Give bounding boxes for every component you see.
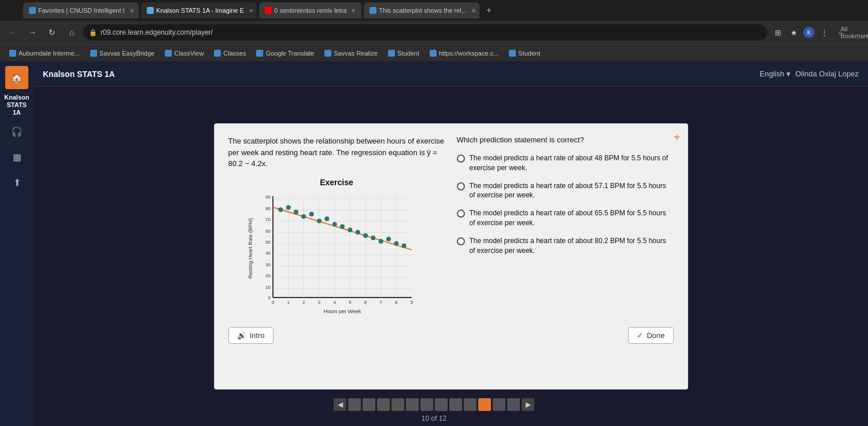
page-dot-3[interactable]	[377, 398, 390, 411]
page-dot-12[interactable]	[507, 398, 520, 411]
upload-icon[interactable]: ⬆	[6, 172, 27, 193]
data-point	[379, 238, 383, 243]
page-dot-4[interactable]	[391, 398, 404, 411]
bookmark-student2[interactable]: Student	[504, 49, 545, 58]
bookmark-icon[interactable]: ★	[787, 25, 801, 39]
bookmarks-bar: Auburndale Interme... Savvas EasyBridge …	[0, 44, 868, 61]
bookmark-icon-savvas-easy	[90, 50, 97, 57]
bookmark-google-translate[interactable]: Google Translate	[252, 49, 319, 58]
bookmark-classes[interactable]: Classes	[209, 49, 250, 58]
forward-button[interactable]: →	[24, 24, 40, 41]
check-icon: ✓	[637, 331, 643, 340]
address-bar[interactable]: 🔒 r09.core.learn.edgenuity.com/player/	[83, 24, 767, 41]
more-icon[interactable]: ⋮	[817, 25, 831, 39]
radio-b[interactable]	[457, 182, 465, 190]
bookmark-workspace[interactable]: https://workspace.c...	[425, 49, 503, 58]
answer-option-a[interactable]: The model predicts a heart rate of about…	[457, 153, 674, 173]
data-point	[394, 241, 398, 245]
page-dot-10[interactable]	[478, 398, 491, 411]
data-point	[309, 212, 314, 216]
tab-edgenuity[interactable]: Knalson STATS 1A - Imagine E ✕	[141, 2, 257, 19]
data-point	[333, 222, 337, 226]
bookmark-icon-student1	[388, 50, 395, 57]
lock-icon: 🔒	[89, 29, 97, 36]
tab-close-3[interactable]: ✕	[351, 8, 356, 14]
refresh-button[interactable]: ↻	[44, 24, 60, 41]
bookmark-label-google-translate: Google Translate	[265, 50, 314, 57]
bookmark-icon-workspace	[430, 50, 437, 57]
answer-option-c[interactable]: The model predicts a heart rate of about…	[457, 208, 674, 228]
tab-label-4: This scatterplot shows the rel...	[379, 7, 467, 14]
svg-text:90: 90	[265, 194, 271, 200]
svg-text:0: 0	[268, 295, 271, 300]
pagination-next[interactable]: ▶	[522, 398, 534, 411]
done-button[interactable]: ✓ Done	[628, 327, 673, 344]
bookmark-icon-student2	[509, 50, 516, 57]
bookmark-icon-classview	[165, 50, 172, 57]
bookmark-label-student1: Student	[397, 50, 419, 57]
page-dot-7[interactable]	[435, 398, 448, 411]
bookmark-student1[interactable]: Student	[383, 49, 424, 58]
top-bar-right: English ▾ Olinda Oxlaj Lopez	[760, 69, 859, 78]
profile-icon[interactable]: K	[803, 27, 815, 38]
tab-favicon-2	[147, 7, 154, 14]
bookmark-label-classes: Classes	[223, 50, 246, 57]
bookmark-savvas-easy[interactable]: Savvas EasyBridge	[86, 49, 159, 58]
page-dot-1[interactable]	[348, 398, 361, 411]
tab-close-2[interactable]: ✕	[249, 8, 253, 14]
radio-d[interactable]	[457, 237, 465, 245]
bookmark-label-savvas-realize: Savvas Realize	[334, 50, 378, 57]
bookmark-classview[interactable]: ClassView	[160, 49, 208, 58]
back-button[interactable]: ←	[5, 24, 21, 41]
question-right: Which prediction statement is correct? T…	[457, 135, 674, 318]
bookmark-icon-auburndale	[9, 50, 16, 57]
tab-close-1[interactable]: ✕	[130, 8, 134, 14]
pagination-prev[interactable]: ◀	[334, 398, 346, 411]
language-selector[interactable]: English ▾	[760, 69, 791, 78]
bookmark-label-savvas-easy: Savvas EasyBridge	[99, 50, 154, 57]
calculator-icon[interactable]: ▦	[6, 147, 27, 168]
data-point	[301, 214, 306, 219]
page-dot-9[interactable]	[464, 398, 477, 411]
radio-a[interactable]	[457, 155, 465, 163]
answer-option-d[interactable]: The model predicts a heart rate of about…	[457, 236, 674, 256]
tab-favorites[interactable]: Favorites | CNUSD Intelligent I ✕	[23, 2, 139, 19]
intro-label: Intro	[250, 331, 265, 340]
page-dot-5[interactable]	[406, 398, 419, 411]
page-dot-2[interactable]	[363, 398, 375, 411]
radio-c[interactable]	[457, 210, 465, 218]
tab-youtube[interactable]: 0 sentimientos remix letra ✕	[259, 2, 361, 19]
add-icon[interactable]: +	[674, 131, 681, 144]
data-point	[371, 235, 375, 240]
tab-close-4[interactable]: ✕	[471, 8, 476, 14]
home-button-sidebar[interactable]: 🏠	[5, 66, 28, 89]
extensions-icon[interactable]: ⊞	[771, 25, 785, 39]
tab-scatterplot[interactable]: This scatterplot shows the rel... ✕	[364, 2, 479, 19]
browser-chrome: Favorites | CNUSD Intelligent I ✕ Knalso…	[0, 0, 868, 61]
data-point	[324, 216, 329, 221]
chart-title: Exercise	[228, 178, 445, 187]
all-bookmarks-label[interactable]: All Bookmarks	[849, 25, 863, 39]
left-sidebar: 🏠 Knalson STATS 1A 🎧 ▦ ⬆	[0, 61, 34, 426]
bookmark-savvas-realize[interactable]: Savvas Realize	[320, 49, 382, 58]
svg-text:40: 40	[265, 251, 271, 256]
intro-button[interactable]: 🔊 Intro	[228, 327, 274, 344]
option-text-d: The model predicts a heart rate of about…	[470, 236, 674, 256]
done-label: Done	[647, 331, 664, 340]
chevron-down-icon: ▾	[786, 69, 791, 78]
svg-text:7: 7	[379, 300, 382, 305]
page-dot-8[interactable]	[449, 398, 462, 411]
bookmark-icon-savvas-realize	[324, 50, 331, 57]
page-dot-6[interactable]	[420, 398, 433, 411]
page-dot-11[interactable]	[493, 398, 505, 411]
data-point	[278, 207, 283, 212]
home-button[interactable]: ⌂	[64, 24, 80, 41]
bookmark-auburndale[interactable]: Auburndale Interme...	[5, 49, 84, 58]
option-text-b: The model predicts a heart rate of about…	[470, 181, 674, 201]
new-tab-button[interactable]: +	[482, 3, 496, 17]
answer-option-b[interactable]: The model predicts a heart rate of about…	[457, 181, 674, 201]
headphone-icon[interactable]: 🎧	[6, 122, 27, 142]
svg-text:80: 80	[265, 205, 271, 211]
nav-bar: ← → ↻ ⌂ 🔒 r09.core.learn.edgenuity.com/p…	[0, 21, 868, 44]
tab-label-1: Favorites | CNUSD Intelligent I	[38, 7, 125, 14]
